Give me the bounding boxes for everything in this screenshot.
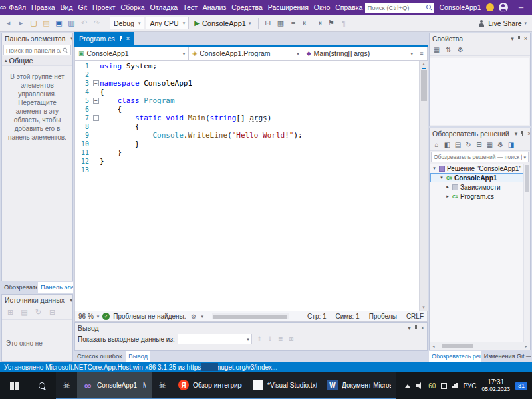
refresh-icon[interactable]: ↻ bbox=[464, 140, 473, 150]
alphabetical-icon[interactable]: ⇅ bbox=[444, 45, 454, 55]
chevron-down-icon[interactable]: ▾ bbox=[408, 325, 411, 331]
scrollbar-thumb[interactable] bbox=[421, 70, 427, 101]
attach-debugger-icon[interactable]: ⊡ bbox=[262, 17, 273, 29]
live-share-button[interactable]: Live Share ▾ bbox=[477, 19, 529, 27]
code-line-12[interactable]: 12} bbox=[75, 157, 419, 166]
menu-item-7[interactable]: Тест bbox=[180, 0, 200, 15]
chevron-down-icon[interactable]: ▾ bbox=[97, 314, 100, 319]
editor-vertical-scrollbar[interactable]: ▲ ▼ bbox=[419, 61, 428, 311]
debug-config-dropdown[interactable]: Debug ▾ bbox=[110, 17, 144, 29]
pin-icon[interactable] bbox=[118, 35, 123, 42]
taskbar-item-1[interactable]: ∞ConsoleApp1 - Mic... bbox=[77, 372, 152, 399]
code-line-1[interactable]: 1using System; bbox=[75, 62, 419, 70]
properties-header[interactable]: Свойства ▾ × bbox=[430, 33, 530, 44]
remove-data-source-icon[interactable]: ⊟ bbox=[47, 307, 58, 318]
scroll-up-icon[interactable]: ▲ bbox=[422, 61, 426, 67]
right-panel-tabs-tab-0[interactable]: Обозреватель реше... bbox=[429, 351, 481, 362]
indent-increase-icon[interactable]: ⇥ bbox=[313, 17, 324, 29]
explorer-vertical-scrollbar[interactable] bbox=[523, 164, 529, 342]
editor-status-item-2[interactable]: Пробелы bbox=[369, 313, 397, 320]
menu-item-0[interactable]: Файл bbox=[6, 0, 29, 15]
taskbar-item-0[interactable]: ☠ bbox=[56, 372, 77, 399]
chevron-down-icon[interactable]: ▾ bbox=[515, 131, 518, 137]
start-debugging-button[interactable]: ▶ ConsoleApp1 ▾ bbox=[190, 17, 255, 29]
member-dropdown[interactable]: ◆ Main(string[] args) ▾ bbox=[303, 47, 416, 60]
switch-views-icon[interactable]: ◧ bbox=[442, 140, 452, 150]
redo-icon[interactable]: ↷ bbox=[91, 17, 102, 29]
code-line-13[interactable]: 13 bbox=[75, 166, 419, 174]
quick-launch-search[interactable] bbox=[365, 3, 434, 13]
pending-changes-icon[interactable]: ▤ bbox=[453, 140, 463, 150]
maximize-button[interactable]: □ bbox=[529, 0, 532, 15]
menu-item-12[interactable]: Справка bbox=[332, 0, 365, 15]
explorer-horizontal-scrollbar[interactable]: ◂ ▸ bbox=[430, 342, 529, 349]
menu-item-2[interactable]: Вид bbox=[58, 0, 76, 15]
type-dropdown[interactable]: ◈ ConsoleApp1.Program ▾ bbox=[189, 47, 303, 60]
code-line-9[interactable]: 9 Console.WriteLine("Hello World!"); bbox=[75, 131, 419, 140]
tree-item-2[interactable]: ▸Зависимости bbox=[430, 182, 523, 192]
pin-icon[interactable] bbox=[414, 325, 418, 331]
scroll-left-icon[interactable]: ◂ bbox=[430, 344, 437, 348]
scroll-right-icon[interactable]: ▸ bbox=[523, 344, 529, 348]
scrollbar-thumb[interactable] bbox=[213, 315, 287, 319]
expander-icon[interactable]: ▾ bbox=[439, 175, 444, 180]
user-avatar[interactable] bbox=[499, 3, 508, 12]
taskbar-item-2[interactable]: ☠ bbox=[152, 372, 173, 399]
home-icon[interactable]: ⌂ bbox=[432, 140, 442, 150]
outline-icon[interactable]: ▦ bbox=[275, 17, 286, 29]
tree-item-0[interactable]: ▾Решение "ConsoleApp1" (проекты: 1 из 1) bbox=[430, 164, 523, 173]
word-wrap-icon[interactable]: ≣ bbox=[276, 334, 285, 344]
horizontal-scrollbar[interactable] bbox=[212, 313, 289, 319]
solution-explorer-search[interactable]: ▾ bbox=[431, 152, 529, 162]
menu-item-10[interactable]: Расширения bbox=[265, 0, 311, 15]
save-all-icon[interactable]: ▥ bbox=[66, 17, 77, 29]
scrollbar-thumb[interactable] bbox=[442, 344, 473, 348]
fold-collapse-icon[interactable]: − bbox=[93, 80, 99, 86]
bottom-panel-tabs-tab-1[interactable]: Вывод bbox=[126, 351, 150, 362]
minimize-button[interactable]: ─ bbox=[513, 0, 529, 15]
toolbox-search[interactable] bbox=[3, 45, 71, 55]
taskbar-item-5[interactable]: WДокумент Microso... bbox=[322, 372, 396, 399]
editor-status-item-1[interactable]: Симв: 1 bbox=[336, 313, 360, 320]
platform-dropdown[interactable]: Any CPU ▾ bbox=[146, 17, 189, 29]
code-editor[interactable]: 1using System;23−namespace ConsoleApp14{… bbox=[74, 61, 419, 311]
taskbar-item-4[interactable]: *Visual Studio.txt - bbox=[247, 372, 322, 399]
code-line-7[interactable]: 7− static void Main(string[] args) bbox=[75, 114, 419, 122]
solution-explorer-header[interactable]: Обозреватель решений ▾ × bbox=[430, 128, 530, 139]
show-all-files-icon[interactable]: ▦ bbox=[485, 140, 495, 150]
sync-active-document-icon[interactable]: ◨ bbox=[506, 140, 516, 150]
tray-app-icon[interactable] bbox=[441, 383, 447, 389]
code-line-8[interactable]: 8 { bbox=[75, 122, 419, 131]
editor-status-item-3[interactable]: CRLF bbox=[406, 313, 424, 320]
editor-status-item-0[interactable]: Стр: 1 bbox=[307, 313, 326, 320]
tray-expand-icon[interactable] bbox=[405, 384, 410, 388]
quick-launch-input[interactable] bbox=[367, 4, 426, 11]
network-icon[interactable] bbox=[452, 383, 458, 388]
more-commands-icon[interactable]: ¶ bbox=[338, 17, 349, 29]
clear-all-icon[interactable]: ⊠ bbox=[287, 334, 296, 344]
chevron-down-icon[interactable]: ▾ bbox=[201, 314, 204, 319]
menu-item-4[interactable]: Проект bbox=[90, 0, 118, 15]
pin-icon[interactable] bbox=[520, 130, 525, 137]
indent-decrease-icon[interactable]: ⇤ bbox=[300, 17, 311, 29]
taskbar-item-3[interactable]: ЯОбзор интегриров... bbox=[173, 372, 247, 399]
next-message-icon[interactable]: ⇓ bbox=[265, 334, 275, 344]
notifications-icon[interactable] bbox=[486, 3, 494, 11]
categorized-icon[interactable]: ▦ bbox=[432, 45, 442, 55]
output-source-dropdown[interactable]: ▾ bbox=[178, 334, 252, 344]
battery-level[interactable]: 60 bbox=[428, 382, 436, 390]
code-line-5[interactable]: 5− class Program bbox=[75, 96, 419, 105]
code-cleanup-icon[interactable]: ⚙ bbox=[190, 312, 198, 321]
code-line-3[interactable]: 3−namespace ConsoleApp1 bbox=[75, 79, 419, 88]
start-button[interactable] bbox=[0, 372, 28, 399]
add-data-source-icon[interactable]: ⊞ bbox=[5, 307, 16, 318]
save-icon[interactable]: ▣ bbox=[53, 17, 65, 29]
property-pages-icon[interactable]: ⚙ bbox=[456, 45, 466, 55]
notification-count-badge[interactable]: 31 bbox=[515, 382, 527, 390]
close-icon[interactable]: × bbox=[524, 36, 527, 42]
keyboard-language[interactable]: РУС bbox=[463, 382, 476, 390]
expander-icon[interactable]: ▸ bbox=[445, 184, 450, 190]
project-dropdown[interactable]: ▣ ConsoleApp1 ▾ bbox=[75, 47, 189, 60]
code-line-10[interactable]: 10 } bbox=[75, 140, 419, 148]
chevron-down-icon[interactable]: ▾ bbox=[511, 36, 514, 42]
